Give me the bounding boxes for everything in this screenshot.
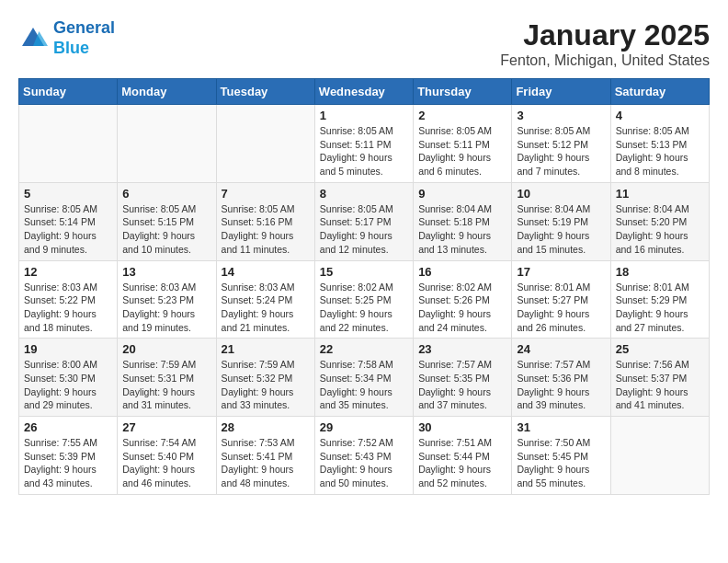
weekday-header-saturday: Saturday xyxy=(610,79,709,105)
title-block: January 2025 Fenton, Michigan, United St… xyxy=(500,18,710,69)
calendar-cell xyxy=(19,105,118,183)
day-info: Sunrise: 8:04 AM Sunset: 5:19 PM Dayligh… xyxy=(517,202,605,257)
calendar-header: SundayMondayTuesdayWednesdayThursdayFrid… xyxy=(19,79,710,105)
calendar-cell: 29Sunrise: 7:52 AM Sunset: 5:43 PM Dayli… xyxy=(314,417,413,495)
calendar-cell: 10Sunrise: 8:04 AM Sunset: 5:19 PM Dayli… xyxy=(512,182,610,260)
calendar-cell: 23Sunrise: 7:57 AM Sunset: 5:35 PM Dayli… xyxy=(414,339,512,417)
week-row-2: 5Sunrise: 8:05 AM Sunset: 5:14 PM Daylig… xyxy=(19,182,710,260)
calendar-cell: 22Sunrise: 7:58 AM Sunset: 5:34 PM Dayli… xyxy=(314,339,413,417)
week-row-5: 26Sunrise: 7:55 AM Sunset: 5:39 PM Dayli… xyxy=(19,417,710,495)
day-number: 4 xyxy=(616,109,704,122)
logo: General Blue xyxy=(18,18,115,58)
calendar-cell: 15Sunrise: 8:02 AM Sunset: 5:25 PM Dayli… xyxy=(314,260,413,339)
day-info: Sunrise: 8:05 AM Sunset: 5:11 PM Dayligh… xyxy=(418,124,506,178)
calendar-cell: 25Sunrise: 7:56 AM Sunset: 5:37 PM Dayli… xyxy=(610,339,709,417)
day-info: Sunrise: 7:58 AM Sunset: 5:34 PM Dayligh… xyxy=(320,358,408,412)
calendar-cell: 31Sunrise: 7:50 AM Sunset: 5:45 PM Dayli… xyxy=(512,417,610,495)
calendar-body: 1Sunrise: 8:05 AM Sunset: 5:11 PM Daylig… xyxy=(19,105,710,495)
page-header: General Blue January 2025 Fenton, Michig… xyxy=(18,18,710,69)
calendar-cell: 2Sunrise: 8:05 AM Sunset: 5:11 PM Daylig… xyxy=(414,105,512,183)
day-info: Sunrise: 8:02 AM Sunset: 5:25 PM Dayligh… xyxy=(320,281,408,335)
calendar-cell: 24Sunrise: 7:57 AM Sunset: 5:36 PM Dayli… xyxy=(512,339,610,417)
day-info: Sunrise: 8:05 AM Sunset: 5:12 PM Dayligh… xyxy=(517,124,605,178)
day-number: 6 xyxy=(122,187,210,201)
day-info: Sunrise: 7:54 AM Sunset: 5:40 PM Dayligh… xyxy=(122,436,210,490)
calendar-cell: 27Sunrise: 7:54 AM Sunset: 5:40 PM Dayli… xyxy=(118,417,216,495)
weekday-header-row: SundayMondayTuesdayWednesdayThursdayFrid… xyxy=(19,79,710,105)
calendar-cell: 18Sunrise: 8:01 AM Sunset: 5:29 PM Dayli… xyxy=(610,260,709,339)
calendar-title: January 2025 xyxy=(500,18,710,52)
day-number: 20 xyxy=(122,342,210,356)
day-info: Sunrise: 7:57 AM Sunset: 5:35 PM Dayligh… xyxy=(418,358,506,412)
week-row-3: 12Sunrise: 8:03 AM Sunset: 5:22 PM Dayli… xyxy=(19,260,710,339)
calendar-cell: 12Sunrise: 8:03 AM Sunset: 5:22 PM Dayli… xyxy=(19,260,118,339)
week-row-1: 1Sunrise: 8:05 AM Sunset: 5:11 PM Daylig… xyxy=(19,105,710,183)
weekday-header-wednesday: Wednesday xyxy=(314,79,413,105)
day-number: 15 xyxy=(320,265,408,279)
calendar-cell: 19Sunrise: 8:00 AM Sunset: 5:30 PM Dayli… xyxy=(19,339,118,417)
day-number: 1 xyxy=(320,109,408,122)
calendar-cell: 14Sunrise: 8:03 AM Sunset: 5:24 PM Dayli… xyxy=(216,260,314,339)
calendar-cell: 8Sunrise: 8:05 AM Sunset: 5:17 PM Daylig… xyxy=(314,182,413,260)
calendar-cell: 28Sunrise: 7:53 AM Sunset: 5:41 PM Dayli… xyxy=(216,417,314,495)
calendar-cell: 20Sunrise: 7:59 AM Sunset: 5:31 PM Dayli… xyxy=(118,339,216,417)
day-number: 13 xyxy=(122,265,210,279)
day-number: 19 xyxy=(24,342,112,356)
weekday-header-monday: Monday xyxy=(118,79,216,105)
day-number: 23 xyxy=(418,342,506,356)
day-info: Sunrise: 8:05 AM Sunset: 5:17 PM Dayligh… xyxy=(320,202,408,257)
day-number: 25 xyxy=(616,342,704,356)
day-info: Sunrise: 7:56 AM Sunset: 5:37 PM Dayligh… xyxy=(616,358,704,412)
calendar-cell: 3Sunrise: 8:05 AM Sunset: 5:12 PM Daylig… xyxy=(512,105,610,183)
calendar-cell: 21Sunrise: 7:59 AM Sunset: 5:32 PM Dayli… xyxy=(216,339,314,417)
day-number: 26 xyxy=(24,420,112,434)
weekday-header-thursday: Thursday xyxy=(414,79,512,105)
day-number: 22 xyxy=(320,342,408,356)
calendar-cell: 11Sunrise: 8:04 AM Sunset: 5:20 PM Dayli… xyxy=(610,182,709,260)
calendar-cell xyxy=(118,105,216,183)
day-info: Sunrise: 8:05 AM Sunset: 5:15 PM Dayligh… xyxy=(122,202,210,257)
day-number: 11 xyxy=(616,187,704,201)
day-number: 16 xyxy=(418,265,506,279)
day-number: 14 xyxy=(222,265,310,279)
day-number: 7 xyxy=(222,187,310,201)
day-info: Sunrise: 8:03 AM Sunset: 5:22 PM Dayligh… xyxy=(24,281,112,335)
day-info: Sunrise: 8:00 AM Sunset: 5:30 PM Dayligh… xyxy=(24,358,112,412)
day-info: Sunrise: 8:02 AM Sunset: 5:26 PM Dayligh… xyxy=(418,281,506,335)
day-info: Sunrise: 8:04 AM Sunset: 5:20 PM Dayligh… xyxy=(616,202,704,257)
calendar-cell: 1Sunrise: 8:05 AM Sunset: 5:11 PM Daylig… xyxy=(314,105,413,183)
day-info: Sunrise: 7:50 AM Sunset: 5:45 PM Dayligh… xyxy=(517,436,605,490)
logo-icon xyxy=(18,24,48,53)
day-number: 29 xyxy=(320,420,408,434)
day-info: Sunrise: 8:01 AM Sunset: 5:29 PM Dayligh… xyxy=(616,281,704,335)
day-number: 24 xyxy=(517,342,605,356)
calendar-cell: 26Sunrise: 7:55 AM Sunset: 5:39 PM Dayli… xyxy=(19,417,118,495)
week-row-4: 19Sunrise: 8:00 AM Sunset: 5:30 PM Dayli… xyxy=(19,339,710,417)
calendar-cell: 9Sunrise: 8:04 AM Sunset: 5:18 PM Daylig… xyxy=(414,182,512,260)
calendar-cell: 13Sunrise: 8:03 AM Sunset: 5:23 PM Dayli… xyxy=(118,260,216,339)
day-number: 8 xyxy=(320,187,408,201)
logo-text: General Blue xyxy=(53,18,115,58)
day-number: 9 xyxy=(418,187,506,201)
day-info: Sunrise: 7:51 AM Sunset: 5:44 PM Dayligh… xyxy=(418,436,506,490)
logo-line1: General xyxy=(53,18,115,37)
day-info: Sunrise: 8:03 AM Sunset: 5:24 PM Dayligh… xyxy=(222,281,310,335)
calendar-cell: 6Sunrise: 8:05 AM Sunset: 5:15 PM Daylig… xyxy=(118,182,216,260)
calendar-subtitle: Fenton, Michigan, United States xyxy=(500,52,710,69)
calendar-cell xyxy=(610,417,709,495)
day-number: 3 xyxy=(517,109,605,122)
day-number: 18 xyxy=(616,265,704,279)
day-info: Sunrise: 8:05 AM Sunset: 5:11 PM Dayligh… xyxy=(320,124,408,178)
day-number: 5 xyxy=(24,187,112,201)
day-info: Sunrise: 8:05 AM Sunset: 5:16 PM Dayligh… xyxy=(222,202,310,257)
day-number: 31 xyxy=(517,420,605,434)
day-number: 27 xyxy=(122,420,210,434)
day-info: Sunrise: 8:05 AM Sunset: 5:14 PM Dayligh… xyxy=(24,202,112,257)
calendar-table: SundayMondayTuesdayWednesdayThursdayFrid… xyxy=(18,78,710,495)
calendar-cell: 5Sunrise: 8:05 AM Sunset: 5:14 PM Daylig… xyxy=(19,182,118,260)
logo-line2: Blue xyxy=(53,39,89,57)
calendar-cell: 17Sunrise: 8:01 AM Sunset: 5:27 PM Dayli… xyxy=(512,260,610,339)
day-info: Sunrise: 7:59 AM Sunset: 5:32 PM Dayligh… xyxy=(222,358,310,412)
weekday-header-friday: Friday xyxy=(512,79,610,105)
day-info: Sunrise: 8:04 AM Sunset: 5:18 PM Dayligh… xyxy=(418,202,506,257)
